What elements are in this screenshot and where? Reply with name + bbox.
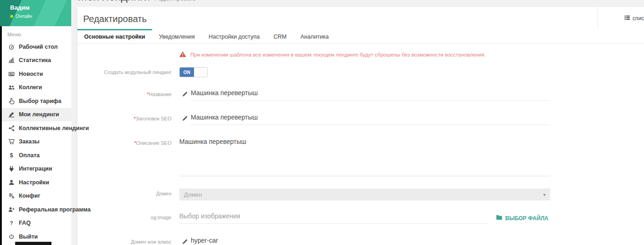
sidebar-item-label: Реферальная программа	[19, 206, 91, 213]
screen-bottom-artifact	[15, 242, 51, 245]
svg-text:$: $	[10, 152, 13, 159]
field-control-domain-alias: hyper-car	[179, 237, 550, 245]
field-label-title: *Название	[77, 89, 171, 101]
pencil-icon	[182, 115, 188, 123]
user-panel: Вадим Онлайн	[0, 0, 71, 26]
sidebar-menu: Рабочий столСтатистикаНовостиКоллегиВыбо…	[0, 40, 71, 244]
field-row-domain: ДоменДомен▾	[77, 188, 644, 200]
sidebar-item-statistics[interactable]: Статистика	[0, 54, 71, 68]
sidebar-item-tariff[interactable]: Выбор тарифа	[0, 94, 71, 108]
seo-title-input[interactable]: Машинка перевертыш	[191, 114, 550, 125]
sidebar-item-colleagues[interactable]: Коллеги	[0, 81, 71, 95]
sidebar-item-label: FAQ	[19, 220, 31, 226]
seo-description-textarea[interactable]: Машинка перевертыш	[179, 138, 550, 177]
sidebar-item-config[interactable]: Конфиг	[0, 189, 71, 203]
list-icon	[624, 15, 630, 22]
required-asterisk: *	[134, 116, 136, 121]
sidebar-item-label: Выбор тарифа	[19, 98, 61, 104]
title-input[interactable]: Машинка перевертыш	[191, 89, 550, 101]
svg-text:?: ?	[10, 220, 13, 226]
sidebar-item-label: Коллективные лендинги	[19, 125, 89, 131]
page-subtitle: Редактировать	[154, 0, 196, 2]
sidebar-item-faq[interactable]: ?FAQ	[0, 217, 71, 230]
domain-select[interactable]: Домен▾	[179, 188, 550, 200]
caret-down-icon: ▾	[543, 192, 546, 197]
choose-file-label: ВЫБОР ФАЙЛА	[505, 215, 548, 222]
sidebar-item-collective-landings[interactable]: Коллективные лендинги	[0, 121, 71, 135]
page-title: Мои лендинги	[78, 0, 150, 3]
tab-main-settings[interactable]: Основные настройки	[77, 29, 152, 43]
pencil-icon	[182, 238, 188, 245]
field-label-modular-landing: Создать модульный лендинг	[77, 67, 171, 77]
sidebar-item-my-landings[interactable]: Мои лендинги	[0, 108, 71, 122]
list-view-button[interactable]: список	[598, 7, 644, 29]
user-status-label: Онлайн	[16, 14, 32, 19]
app: Вадим Онлайн Меню Рабочий столСтатистика…	[0, 0, 644, 245]
sidebar-item-label: Оплата	[19, 152, 40, 159]
field-row-domain-alias: Домен или алиасhyper-car	[77, 237, 644, 245]
warning-banner: При изменении шаблона все изменения в ва…	[179, 51, 644, 58]
sidebar-item-orders[interactable]: Заказы	[0, 135, 71, 149]
edit-card: Редактировать список Основные настройкиУ…	[77, 7, 644, 245]
field-control-seo-description: Машинка перевертыш	[179, 138, 550, 177]
field-control-title: Машинка перевертыш	[179, 89, 550, 101]
sidebar-item-label: Настройки	[19, 179, 49, 186]
news-icon	[7, 71, 15, 77]
hand-pointer-icon	[7, 98, 15, 104]
sidebar-item-label: Выйти	[19, 234, 38, 240]
field-row-modular-landing: Создать модульный лендингON	[77, 67, 644, 77]
tab-body: При изменении шаблона все изменения в ва…	[77, 44, 644, 245]
field-row-og-image: og:imageВыбор изображенияВЫБОР ФАЙЛА	[77, 212, 644, 224]
required-asterisk: *	[134, 140, 136, 146]
folder-icon	[496, 215, 502, 222]
field-control-og-image: Выбор изображенияВЫБОР ФАЙЛА	[179, 212, 550, 224]
tab-crm[interactable]: CRM	[267, 29, 293, 43]
og-image-input[interactable]: Выбор изображения	[179, 212, 488, 224]
cart-icon	[7, 138, 15, 145]
field-control-modular-landing: ON	[179, 67, 550, 77]
sidebar-item-label: Статистика	[19, 57, 51, 63]
user-plus-icon	[7, 206, 15, 213]
sidebar-item-payment[interactable]: $Оплата	[0, 148, 71, 162]
warning-text: При изменении шаблона все изменения в ва…	[190, 52, 486, 57]
required-asterisk: *	[147, 91, 149, 97]
field-row-title: *НазваниеМашинка перевертыш	[77, 89, 644, 101]
modular-landing-toggle[interactable]: ON	[179, 67, 208, 77]
edit-icon	[7, 111, 15, 118]
user-icon	[7, 179, 15, 186]
sidebar-item-news[interactable]: Новости	[0, 67, 71, 81]
sidebar-item-label: Новости	[19, 71, 43, 77]
tab-notifications[interactable]: Уведомления	[152, 29, 202, 43]
domain-alias-input[interactable]: hyper-car	[191, 237, 550, 245]
colleagues-icon	[7, 84, 15, 91]
field-label-domain: Домен	[77, 188, 171, 200]
sidebar-item-label: Мои лендинги	[19, 111, 59, 118]
field-row-seo-title: *Заголовок SEOМашинка перевертыш	[77, 114, 644, 125]
toggle-off-side	[194, 68, 207, 77]
sidebar-item-settings[interactable]: Настройки	[0, 176, 71, 189]
pencil-icon	[182, 91, 188, 99]
sidebar-item-referral[interactable]: Реферальная программа	[0, 203, 71, 217]
sidebar: Вадим Онлайн Меню Рабочий столСтатистика…	[0, 0, 71, 245]
tab-analytics[interactable]: Аналитика	[293, 29, 336, 43]
sidebar-item-integrations[interactable]: Интеграции	[0, 162, 71, 176]
page-heading: Мои лендинги Редактировать	[78, 0, 196, 3]
warning-icon	[179, 51, 186, 58]
user-status: Онлайн	[10, 14, 71, 19]
sidebar-item-label: Конфиг	[19, 193, 40, 199]
form: Создать модульный лендингON*НазваниеМаши…	[77, 67, 644, 245]
choose-file-button[interactable]: ВЫБОР ФАЙЛА	[496, 215, 548, 222]
sidebar-item-label: Рабочий стол	[19, 44, 57, 50]
sidebar-item-label: Коллеги	[19, 84, 42, 91]
dollar-icon: $	[7, 152, 15, 159]
stats-icon	[7, 57, 15, 63]
plug-icon	[7, 165, 15, 172]
tab-access-settings[interactable]: Настройки доступа	[202, 29, 267, 43]
sidebar-item-dashboard[interactable]: Рабочий стол	[0, 40, 71, 54]
online-status-icon	[10, 15, 13, 18]
field-label-og-image: og:image	[77, 212, 171, 224]
sidebar-item-label: Заказы	[19, 138, 40, 145]
power-icon	[7, 234, 15, 240]
share-icon	[7, 125, 15, 131]
gears-icon	[7, 193, 15, 199]
